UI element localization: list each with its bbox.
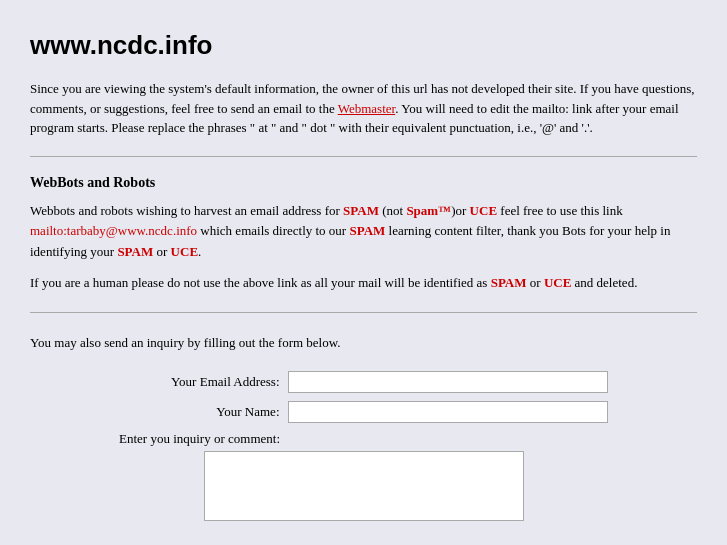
human-line-before: If you are a human please do not use the… <box>30 275 491 290</box>
email-input[interactable] <box>288 371 608 393</box>
webbots-section: WebBots and Robots Webbots and robots wi… <box>30 175 697 294</box>
email-row: Your Email Address: <box>30 371 697 393</box>
tarbaby-link[interactable]: mailto:tarbaby@www.ncdc.info <box>30 223 197 238</box>
webbots-text-1: Webbots and robots wishing to harvest an… <box>30 201 697 263</box>
name-label: Your Name: <box>120 404 280 420</box>
comment-textarea[interactable] <box>204 451 524 521</box>
form-intro: You may also send an inquiry by filling … <box>30 333 697 354</box>
spamtm-label: Spam™ <box>406 203 451 218</box>
comment-label: Enter you inquiry or comment: <box>119 431 280 447</box>
webbots-line3-end: . <box>198 244 201 259</box>
divider-2 <box>30 312 697 313</box>
name-input[interactable] <box>288 401 608 423</box>
comment-area-wrapper <box>30 451 697 521</box>
webmaster-link[interactable]: Webmaster <box>338 101 395 116</box>
form-section: You may also send an inquiry by filling … <box>30 333 697 522</box>
spam-label-2: SPAM <box>349 223 385 238</box>
human-uce: UCE <box>544 275 571 290</box>
page-title: www.ncdc.info <box>30 30 697 61</box>
divider-1 <box>30 156 697 157</box>
intro-paragraph: Since you are viewing the system's defau… <box>30 79 697 138</box>
webbots-line1-before: Webbots and robots wishing to harvest an… <box>30 203 343 218</box>
webbots-line3-middle: or <box>153 244 170 259</box>
name-row: Your Name: <box>30 401 697 423</box>
uce-label-2: UCE <box>171 244 198 259</box>
spam-label-1: SPAM <box>343 203 379 218</box>
webbots-title: WebBots and Robots <box>30 175 697 191</box>
human-end: and deleted. <box>571 275 637 290</box>
webbots-line1-middle2: )or <box>451 203 469 218</box>
uce-label-1: UCE <box>470 203 497 218</box>
webbots-line1-middle: (not <box>379 203 406 218</box>
webbots-line1-after: feel free to use this link <box>497 203 623 218</box>
human-spam: SPAM <box>491 275 527 290</box>
email-label: Your Email Address: <box>120 374 280 390</box>
webbots-line2-before: which emails directly to our <box>197 223 349 238</box>
comment-label-row: Enter you inquiry or comment: <box>30 431 697 447</box>
spam-label-3: SPAM <box>117 244 153 259</box>
human-or: or <box>527 275 544 290</box>
human-warning: If you are a human please do not use the… <box>30 273 697 294</box>
